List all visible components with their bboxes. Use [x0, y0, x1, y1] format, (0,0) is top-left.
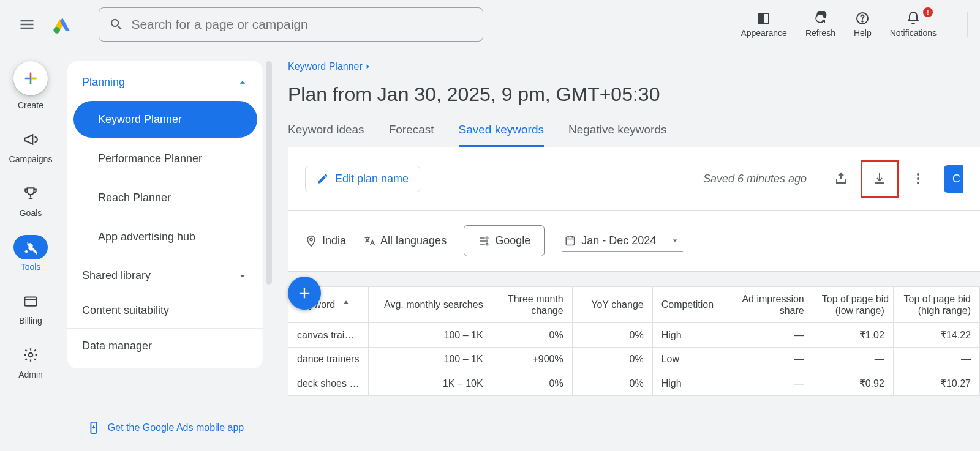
- billing-nav[interactable]: Billing: [13, 289, 48, 326]
- keyword-planner-label: Keyword Planner: [98, 113, 182, 126]
- google-ads-logo[interactable]: [48, 10, 77, 39]
- create-campaign-button[interactable]: C: [944, 165, 963, 193]
- svg-point-10: [486, 237, 488, 239]
- cell-top-high: —: [893, 348, 979, 371]
- search-box[interactable]: [99, 7, 483, 42]
- scrollbar[interactable]: [266, 61, 272, 285]
- plus-icon: [13, 61, 48, 95]
- cell-competition: High: [652, 371, 733, 396]
- download-button[interactable]: [867, 166, 892, 191]
- cell-yoy: 0%: [572, 348, 652, 371]
- share-icon: [834, 171, 848, 186]
- saved-status: Saved 6 minutes ago: [703, 173, 807, 185]
- campaigns-nav[interactable]: Campaigns: [9, 127, 53, 164]
- svg-point-2: [862, 21, 864, 22]
- nav-reach-planner[interactable]: Reach Planner: [74, 179, 257, 216]
- cell-impression: —: [733, 371, 813, 396]
- nav-app-hub[interactable]: App advertising hub: [74, 218, 257, 255]
- table-row[interactable]: canvas traine…100 – 1K0%0%High—₹1.02₹14.…: [288, 323, 980, 348]
- appearance-label: Appearance: [741, 28, 787, 38]
- tab-saved-keywords[interactable]: Saved keywords: [459, 123, 544, 147]
- language-filter[interactable]: All languages: [363, 234, 447, 247]
- mobile-app-link[interactable]: Get the Google Ads mobile app: [67, 412, 263, 442]
- col-three-month[interactable]: Three monthchange: [492, 287, 572, 323]
- translate-icon: [363, 235, 375, 247]
- panel-heading-planning[interactable]: Planning: [67, 66, 263, 99]
- cell-competition: High: [652, 323, 733, 348]
- table-header-row: Keyword Avg. monthly searches Three mont…: [288, 287, 980, 323]
- refresh-label: Refresh: [805, 28, 835, 38]
- location-icon: [305, 235, 317, 247]
- campaigns-label: Campaigns: [9, 154, 53, 164]
- location-label: India: [322, 234, 346, 247]
- col-avg-searches[interactable]: Avg. monthly searches: [369, 287, 492, 323]
- goals-nav[interactable]: Goals: [13, 181, 48, 218]
- card-icon: [13, 289, 48, 313]
- edit-plan-button[interactable]: Edit plan name: [305, 166, 420, 192]
- calendar-icon: [564, 234, 576, 247]
- svg-point-8: [917, 182, 919, 184]
- cell-top-high: ₹14.22: [893, 323, 979, 348]
- admin-nav[interactable]: Admin: [13, 343, 48, 379]
- add-keyword-fab[interactable]: [288, 277, 321, 310]
- notifications-button[interactable]: ! Notifications: [890, 11, 937, 38]
- menu-icon[interactable]: [12, 10, 42, 39]
- table-row[interactable]: deck shoes f…1K – 10K0%0%High—₹0.92₹10.2…: [288, 371, 980, 396]
- goals-label: Goals: [20, 208, 42, 218]
- header-divider: [967, 12, 968, 37]
- date-filter[interactable]: Jan - Dec 2024: [562, 231, 683, 252]
- keywords-table: Keyword Avg. monthly searches Three mont…: [288, 286, 980, 396]
- refresh-button[interactable]: Refresh: [805, 11, 835, 38]
- appearance-button[interactable]: Appearance: [741, 11, 787, 38]
- network-filter[interactable]: Google: [464, 225, 545, 256]
- cell-keyword: canvas traine…: [288, 323, 369, 348]
- pencil-icon: [317, 173, 329, 185]
- refresh-icon: [813, 11, 827, 26]
- svg-point-4: [29, 353, 33, 357]
- notifications-label: Notifications: [890, 28, 937, 38]
- megaphone-icon: [13, 127, 48, 152]
- content-suitability-label: Content suitability: [82, 304, 169, 317]
- table-row[interactable]: dance trainers100 – 1K+900%0%Low———: [288, 348, 980, 371]
- breadcrumb-label: Keyword Planner: [288, 61, 363, 72]
- cell-three-month: 0%: [492, 323, 572, 348]
- col-top-high[interactable]: Top of page bid(high range): [893, 287, 979, 323]
- app-header: Appearance Refresh Help ! Notifications: [0, 0, 980, 49]
- bell-icon: [906, 11, 921, 26]
- location-filter[interactable]: India: [305, 234, 346, 247]
- help-button[interactable]: Help: [854, 11, 872, 38]
- cell-keyword: dance trainers: [288, 348, 369, 371]
- create-label: Create: [18, 100, 43, 110]
- cell-avg: 1K – 10K: [369, 371, 492, 396]
- search-input[interactable]: [131, 17, 473, 32]
- cell-impression: —: [733, 323, 813, 348]
- filter-bar: India All languages Google Jan - Dec 202…: [288, 211, 980, 272]
- section-data-manager[interactable]: Data manager: [67, 328, 263, 363]
- tab-negative-keywords[interactable]: Negative keywords: [568, 123, 667, 147]
- svg-rect-12: [567, 237, 575, 245]
- more-button[interactable]: [906, 166, 930, 191]
- section-shared-library[interactable]: Shared library: [67, 258, 263, 293]
- dropdown-icon: [669, 235, 680, 246]
- tab-forecast[interactable]: Forecast: [389, 123, 434, 147]
- cell-yoy: 0%: [572, 371, 652, 396]
- col-competition[interactable]: Competition: [652, 287, 733, 323]
- svg-point-11: [486, 243, 488, 245]
- section-content-suitability[interactable]: Content suitability: [67, 293, 263, 328]
- language-label: All languages: [380, 234, 447, 247]
- tools-nav[interactable]: Tools: [13, 235, 48, 272]
- download-highlight: [861, 160, 899, 198]
- performance-planner-label: Performance Planner: [98, 152, 202, 165]
- svg-point-7: [917, 177, 919, 180]
- share-button[interactable]: [829, 166, 853, 191]
- main-content: Keyword Planner Plan from Jan 30, 2025, …: [288, 61, 980, 451]
- tab-keyword-ideas[interactable]: Keyword ideas: [288, 123, 364, 147]
- col-top-low[interactable]: Top of page bid(low range): [813, 287, 893, 323]
- help-icon: [855, 11, 870, 26]
- breadcrumb[interactable]: Keyword Planner: [288, 61, 980, 72]
- nav-keyword-planner[interactable]: Keyword Planner: [74, 101, 257, 138]
- col-impression[interactable]: Ad impressionshare: [733, 287, 813, 323]
- col-yoy[interactable]: YoY change: [572, 287, 652, 323]
- nav-performance-planner[interactable]: Performance Planner: [74, 140, 257, 177]
- create-button[interactable]: Create: [13, 61, 48, 110]
